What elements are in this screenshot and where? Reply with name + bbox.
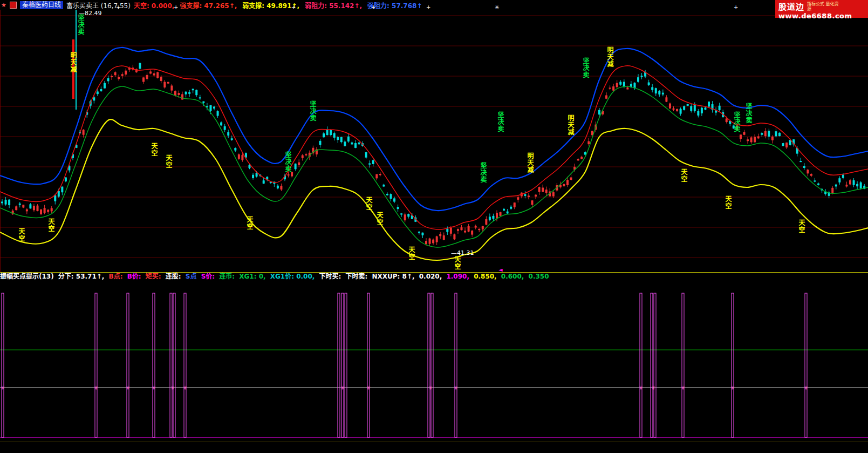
indicator-param: 0.350 bbox=[529, 273, 549, 280]
indicator-param: 分下: 53.71↑, bbox=[58, 273, 107, 280]
indicator-param: 下时买: bbox=[319, 273, 344, 280]
indicator-param: S点 bbox=[186, 273, 199, 280]
svg-text:✳: ✳ bbox=[639, 385, 643, 391]
svg-text:✳: ✳ bbox=[152, 385, 156, 391]
indicator-param: B点: bbox=[109, 273, 125, 280]
vendor-logo[interactable]: 股道边 指标公式 量化资源 www.de6688.com bbox=[775, 0, 868, 18]
indicator-param: XG1价: 0.00, bbox=[270, 273, 317, 280]
chart-annotation: 坚决卖 bbox=[480, 162, 486, 183]
indicator-param: 下时卖: bbox=[346, 273, 370, 280]
chart-annotation: 天空 bbox=[376, 212, 382, 226]
vendor-url[interactable]: www.de6688.com bbox=[778, 12, 865, 20]
lower-indicator-panel[interactable]: ✳✳✳✳✳✳✳✳✳✳✳✳✳✳✳ bbox=[0, 281, 868, 442]
top-marker: + bbox=[174, 4, 178, 10]
chart-annotation: 坚决卖 bbox=[309, 100, 316, 121]
chart-annotation: 坚决卖 bbox=[497, 111, 503, 132]
svg-text:✳: ✳ bbox=[183, 385, 187, 391]
chart-annotation: 天空 bbox=[151, 143, 157, 157]
indicator-param: 连币: bbox=[219, 273, 237, 280]
chart-annotation: 天空 bbox=[408, 246, 414, 260]
indicator-parameter-bar[interactable]: 振幅买点提示(13) 分下: 53.71↑, B点: B价: 矩买: 连股: S… bbox=[0, 272, 868, 281]
favorite-star-icon[interactable]: ★ bbox=[1, 2, 6, 9]
svg-text:✳: ✳ bbox=[126, 385, 130, 391]
svg-text:✳: ✳ bbox=[730, 385, 735, 391]
chart-annotation: 坚决卖 bbox=[745, 103, 751, 124]
chart-annotation: 明天减 bbox=[527, 152, 533, 173]
svg-text:✳: ✳ bbox=[651, 385, 655, 391]
price-label: —41.31 bbox=[451, 249, 474, 256]
chart-annotation: 天空 bbox=[725, 195, 731, 209]
svg-text:✳: ✳ bbox=[1, 385, 5, 391]
header-stat: 强支撑: 47.265↑, bbox=[180, 2, 237, 10]
indicator-param: XG1: 0, bbox=[239, 273, 268, 280]
header-stat: 弱阻力: 55.142↑, bbox=[305, 2, 362, 10]
indicator-param: S价: bbox=[201, 273, 217, 280]
indicator-param: 1.090, bbox=[446, 273, 471, 280]
chart-annotation: 天空 bbox=[165, 154, 172, 168]
header-stat: 天空: 0.000, bbox=[134, 2, 175, 10]
chart-annotation: 天空 bbox=[246, 216, 252, 230]
top-marker: ✳ bbox=[495, 4, 499, 10]
chart-annotation: 明天减 bbox=[70, 52, 76, 73]
cursor-marker-icon: ◄ bbox=[498, 267, 503, 272]
chart-annotation: 明天减 bbox=[567, 114, 573, 136]
svg-text:✳: ✳ bbox=[681, 385, 685, 391]
chart-annotation: 坚决卖 bbox=[77, 14, 84, 35]
top-marker: + bbox=[291, 4, 296, 10]
chart-annotation: 明天减 bbox=[606, 46, 613, 67]
svg-text:✳: ✳ bbox=[428, 385, 433, 391]
chart-annotation: 坚决卖 bbox=[284, 151, 291, 172]
top-marker: + bbox=[426, 4, 430, 10]
lower-indicator-canvas[interactable]: ✳✳✳✳✳✳✳✳✳✳✳✳✳✳✳ bbox=[0, 281, 868, 442]
vendor-tagline: 指标公式 量化资源 bbox=[807, 2, 839, 11]
chart-annotation: 坚决卖 bbox=[733, 111, 740, 132]
indicator-param: 0.020, bbox=[419, 273, 445, 280]
indicator-param: 0.600, bbox=[501, 273, 527, 280]
chart-annotation: 天空 bbox=[18, 228, 24, 242]
svg-text:✳: ✳ bbox=[94, 385, 98, 391]
vendor-brand: 股道边 bbox=[778, 1, 804, 12]
chart-annotation: 天空 bbox=[454, 256, 460, 270]
chart-annotation: 天空 bbox=[798, 219, 804, 233]
svg-text:✳: ✳ bbox=[170, 385, 175, 391]
indicator-param: 连股: bbox=[166, 273, 183, 280]
app-icon[interactable] bbox=[10, 2, 17, 9]
chart-annotation: 天空 bbox=[47, 218, 54, 232]
trading-app-window: ★ 秦格医药日线 富乐买卖王 (16,7,55) 天空: 0.000,强支撑: … bbox=[0, 0, 868, 453]
main-chart-canvas[interactable] bbox=[0, 10, 868, 272]
chart-annotation: 天空 bbox=[365, 197, 372, 211]
indicator-title[interactable]: 富乐买卖王 (16,7,55) bbox=[66, 1, 131, 10]
indicator-param: B价: bbox=[127, 273, 143, 280]
bottom-strip bbox=[0, 442, 868, 453]
top-marker: + bbox=[116, 4, 120, 10]
indicator-param: 振幅买点提示(13) bbox=[0, 273, 56, 280]
indicator-param: 矩买: bbox=[146, 273, 163, 280]
chart-annotation: 坚决卖 bbox=[582, 57, 589, 78]
indicator-param: NXXUP: 8↑, bbox=[372, 273, 417, 280]
svg-text:✳: ✳ bbox=[804, 385, 808, 391]
stock-name-button[interactable]: 秦格医药日线 bbox=[20, 1, 63, 9]
top-marker: + bbox=[371, 4, 375, 10]
chart-annotation: 天空 bbox=[680, 168, 687, 182]
svg-text:✳: ✳ bbox=[340, 385, 345, 391]
price-label: —82.49 bbox=[79, 10, 102, 17]
top-marker: + bbox=[734, 4, 738, 10]
main-chart-panel[interactable]: 坚决卖明天减天空天空天空天空天空坚决卖坚决卖天空天空天空天空坚决卖坚决卖明天减明… bbox=[0, 10, 868, 272]
indicator-param: 0.850, bbox=[474, 273, 499, 280]
svg-text:✳: ✳ bbox=[454, 385, 458, 391]
svg-text:✳: ✳ bbox=[366, 385, 371, 391]
